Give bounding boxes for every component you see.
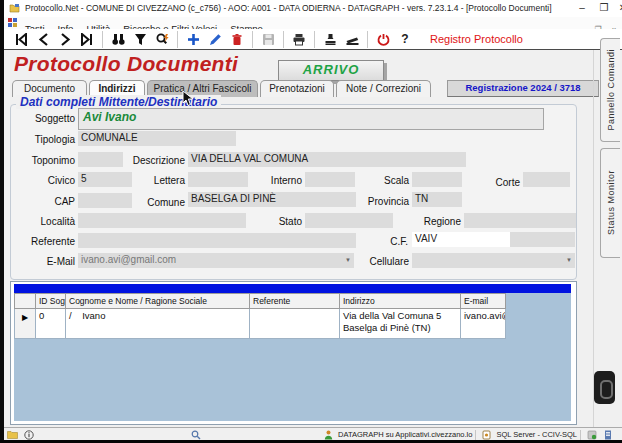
chevron-down-icon[interactable]: ▼: [345, 257, 351, 263]
grid-col-email[interactable]: E-mail: [461, 293, 506, 309]
localita-label: Località: [26, 216, 75, 227]
interno-label: Interno: [253, 175, 302, 186]
cellulare-combo[interactable]: ▼: [412, 253, 575, 268]
provincia-field[interactable]: TN: [412, 192, 462, 207]
grid-col-id[interactable]: ID Sog.: [36, 293, 66, 309]
regione-field[interactable]: [464, 213, 576, 228]
interno-field[interactable]: [305, 172, 355, 187]
side-tab-label: Status Monitor: [606, 170, 616, 235]
lettera-field[interactable]: [188, 172, 248, 187]
app-icon: [9, 3, 20, 14]
power-icon[interactable]: [375, 32, 391, 47]
sql-server-status: SQL Server - CCIV-SQL: [496, 430, 577, 439]
toponimo-field[interactable]: [78, 152, 123, 167]
info-icon[interactable]: [24, 430, 35, 440]
document-icon[interactable]: [604, 430, 615, 440]
side-tab-label: Pannello Comandi: [606, 49, 616, 131]
print-icon[interactable]: [291, 32, 307, 47]
email-combo[interactable]: ivano.avi@gmail.com ▼: [78, 253, 354, 268]
side-tab-status-monitor[interactable]: Status Monitor: [600, 148, 620, 258]
menu-bar: TastiInfoUtilitàRicerche e Filtri Veloci…: [4, 17, 622, 29]
civico-label: Civico: [30, 175, 75, 186]
window-title: Protocollo.Net - COMUNE DI CIVEZZANO (c_…: [25, 3, 552, 13]
cf-label: C.F.: [378, 236, 408, 247]
toolbar: ? Registro Protocollo: [4, 29, 622, 50]
status-bar: DATAGRAPH su Applicativi.civezzano.lo SQ…: [4, 427, 622, 441]
localita-field[interactable]: [78, 213, 246, 228]
grid-cell-id[interactable]: 0: [36, 309, 66, 339]
panel-divider: [593, 50, 594, 427]
grid-blue-bar: [14, 284, 571, 293]
tipologia-field[interactable]: COMUNALE: [78, 131, 236, 146]
soggetto-field[interactable]: Avi Ivano: [78, 108, 544, 130]
database-icon: [482, 430, 493, 440]
provincia-label: Provincia: [358, 196, 409, 207]
descrizione-field[interactable]: VIA DELLA VAL COMUNA: [188, 152, 466, 167]
scala-field[interactable]: [412, 172, 462, 187]
previous-record-icon[interactable]: [35, 32, 51, 47]
grid-col-indirizzo[interactable]: Indirizzo: [340, 293, 461, 309]
civico-field[interactable]: 5: [78, 172, 132, 187]
soggetto-label: Soggetto: [20, 113, 75, 124]
grid-cell-indirizzo[interactable]: Via della Val Comuna 5 Baselga di Pinè (…: [340, 309, 461, 339]
grid-cell-referente[interactable]: [250, 309, 340, 339]
grid-row-marker[interactable]: ▶: [14, 309, 36, 339]
email-value: ivano.avi@gmail.com: [81, 254, 176, 265]
last-record-icon[interactable]: [79, 32, 95, 47]
toponimo-label: Toponimo: [12, 155, 75, 166]
grid-col-referente[interactable]: Referente: [250, 293, 340, 309]
binoculars-search-icon[interactable]: [110, 32, 126, 47]
mdi-child-icon: [8, 18, 18, 28]
grid-col-name[interactable]: Cognome e Nome / Ragione Sociale: [66, 293, 250, 309]
save-floppy-icon[interactable]: [260, 32, 276, 47]
tab-note-correzioni[interactable]: Note / Correzioni: [336, 80, 431, 97]
indirizzo-line2: Baselga di Pinè (TN): [343, 322, 431, 333]
add-icon[interactable]: [185, 32, 201, 47]
scanner-icon[interactable]: [344, 32, 360, 47]
tipologia-label: Tipologia: [18, 134, 75, 145]
filter-funnel-icon[interactable]: [132, 32, 148, 47]
tab-prenotazioni[interactable]: Prenotazioni: [260, 80, 334, 97]
edit-pencil-icon[interactable]: [207, 32, 223, 47]
user-icon: [324, 430, 335, 440]
registration-badge: Registrazione 2024 / 3718: [447, 80, 599, 97]
close-button[interactable]: ✕: [615, 1, 622, 15]
registro-protocollo-label: Registro Protocollo: [430, 33, 523, 45]
quick-search-bolt-icon[interactable]: [154, 32, 170, 47]
stato-label: Stato: [253, 216, 302, 227]
application-window: Protocollo.Net - COMUNE DI CIVEZZANO (c_…: [0, 0, 622, 443]
minimize-button[interactable]: –: [574, 1, 590, 15]
descrizione-label: Descrizione: [125, 155, 185, 166]
stato-field[interactable]: [305, 213, 393, 228]
cf-input[interactable]: VAIV: [412, 232, 510, 247]
connection-status: DATAGRAPH su Applicativi.civezzano.lo: [338, 430, 472, 439]
regione-label: Regione: [412, 216, 461, 227]
first-record-icon[interactable]: [13, 32, 29, 47]
chevron-down-icon[interactable]: ▼: [566, 257, 572, 263]
lettera-label: Lettera: [138, 175, 185, 186]
next-record-icon[interactable]: [57, 32, 73, 47]
side-tab-pannello-comandi[interactable]: Pannello Comandi: [600, 38, 620, 142]
help-icon[interactable]: ?: [397, 32, 413, 47]
corte-label: Corte: [473, 177, 520, 188]
mouse-cursor: [182, 90, 194, 107]
cellulare-label: Cellulare: [356, 256, 409, 267]
folder-icon[interactable]: [7, 430, 18, 440]
cap-field[interactable]: [78, 193, 132, 208]
grid-rowselector-header: [14, 293, 36, 309]
page-title: Protocollo Documenti: [14, 52, 238, 76]
referente-label: Referente: [18, 236, 75, 247]
magnifier-icon[interactable]: [191, 430, 202, 440]
server-icon[interactable]: [587, 430, 598, 440]
stamp-icon[interactable]: [322, 32, 338, 47]
comune-field[interactable]: BASELGA DI PINÈ: [188, 192, 356, 207]
overlay-widget-icon[interactable]: [594, 371, 615, 404]
referente-field[interactable]: [78, 233, 356, 248]
delete-trash-icon[interactable]: [229, 32, 245, 47]
grid-cell-name[interactable]: / Ivano: [66, 309, 250, 339]
grid-cell-email[interactable]: ivano.avi@gmail.com: [461, 309, 506, 339]
arrivo-button[interactable]: ARRIVO: [278, 60, 384, 81]
corte-field[interactable]: [523, 172, 570, 187]
restore-button[interactable]: ❐: [596, 1, 612, 15]
indirizzo-line1: Via della Val Comuna 5: [343, 310, 441, 321]
